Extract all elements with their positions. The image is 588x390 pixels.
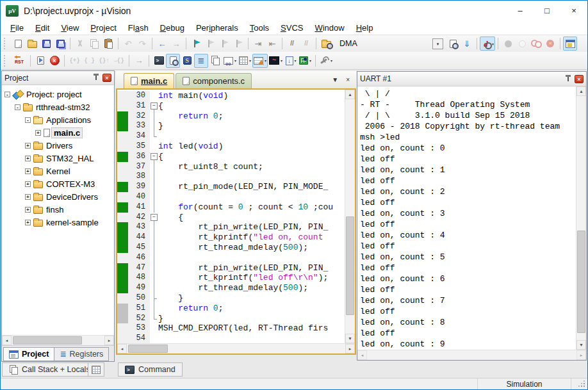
incremental-find-icon[interactable]: ⇓ xyxy=(460,37,474,51)
tree-item-cortex-m3[interactable]: +CORTEX-M3 xyxy=(2,177,114,190)
undo-icon[interactable]: ↶ xyxy=(121,37,135,51)
code-line[interactable]: 53MSH_CMD_EXPORT(led, RT-Thread firs xyxy=(117,323,345,334)
analysis-window-icon[interactable]: ~▾ xyxy=(268,54,284,68)
tree-item-project-project[interactable]: -Project: project xyxy=(2,88,114,101)
indent-icon[interactable]: ⇥ xyxy=(251,37,265,51)
run-icon[interactable] xyxy=(33,54,47,68)
code-line[interactable]: 54 xyxy=(117,334,345,343)
tree-item-rtthread-stm32[interactable]: -rtthread-stm32 xyxy=(2,101,114,113)
toolbox-icon[interactable]: ▾ xyxy=(298,54,313,68)
navigate-forward-icon[interactable]: → xyxy=(169,37,183,51)
call-stack-icon[interactable] xyxy=(208,54,222,68)
editor-tab-main-c[interactable]: main.c xyxy=(124,73,174,88)
memory-window-button[interactable] xyxy=(88,362,104,377)
project-horizontal-scrollbar[interactable]: ◂ ▸ xyxy=(2,335,114,345)
symbol-window-icon[interactable]: S xyxy=(180,54,194,68)
comment-icon[interactable]: // xyxy=(285,37,299,51)
code-line[interactable]: 37 rt_uint8_t count; xyxy=(117,162,345,172)
scroll-down-icon[interactable]: ▼ xyxy=(576,340,586,350)
code-line[interactable]: 40 xyxy=(117,192,345,202)
scroll-right-icon[interactable]: ▸ xyxy=(104,336,114,345)
enable-breakpoint-icon[interactable] xyxy=(515,37,529,51)
next-bookmark-icon[interactable] xyxy=(217,37,231,51)
code-line[interactable]: 43 rt_pin_write(LED_PIN, PIN_ xyxy=(117,222,345,232)
menu-item-view[interactable]: View xyxy=(55,21,85,35)
uart-horizontal-scrollbar[interactable]: ◂ ▸ xyxy=(357,350,586,360)
tree-item-main-c[interactable]: +main.c xyxy=(2,126,114,139)
expander-icon[interactable]: + xyxy=(25,220,31,225)
cut-icon[interactable] xyxy=(73,37,87,51)
serial-window-icon[interactable]: ▾ xyxy=(252,54,268,68)
open-folder-icon[interactable] xyxy=(25,37,39,51)
uncomment-icon[interactable]: // xyxy=(299,37,313,51)
find-in-files-icon[interactable] xyxy=(319,37,333,51)
pin-icon[interactable] xyxy=(564,75,572,83)
code-line[interactable]: 42 { xyxy=(117,213,345,223)
pin-icon[interactable] xyxy=(92,74,100,82)
code-line[interactable]: 34 xyxy=(117,131,345,142)
save-icon[interactable] xyxy=(39,37,53,51)
stop-icon[interactable]: × xyxy=(47,54,61,68)
maximize-button[interactable]: □ xyxy=(534,1,560,20)
redo-icon[interactable]: ↷ xyxy=(135,37,149,51)
watch-window-icon[interactable]: ▾ xyxy=(222,54,238,68)
scroll-left-icon[interactable]: ◂ xyxy=(357,350,367,360)
scroll-right-icon[interactable]: ▸ xyxy=(345,344,355,353)
kill-breakpoints-icon[interactable]: × xyxy=(543,37,557,51)
fold-marker[interactable] xyxy=(150,152,158,162)
prev-bookmark-icon[interactable] xyxy=(203,37,217,51)
panel-tab-project[interactable]: Project xyxy=(3,347,54,361)
resize-grip[interactable] xyxy=(571,378,587,389)
combo-dropdown-icon[interactable]: ▾ xyxy=(432,38,443,49)
minimize-button[interactable]: – xyxy=(507,1,534,20)
document-list-icon[interactable]: ▼ xyxy=(332,76,338,83)
code-line[interactable]: 35int led(void) xyxy=(117,142,345,152)
code-line[interactable]: 39 rt_pin_mode(LED_PIN, PIN_MODE_ xyxy=(117,182,345,192)
expander-icon[interactable]: + xyxy=(25,181,31,187)
uart-vertical-scrollbar[interactable]: ▲ ▼ xyxy=(576,86,586,350)
editor-tab-components-c[interactable]: components.c xyxy=(176,73,252,88)
close-document-icon[interactable]: × xyxy=(346,76,350,83)
expander-icon[interactable]: + xyxy=(25,168,31,174)
uart-output[interactable]: \ | /- RT - Thread Operating System / | … xyxy=(357,86,576,350)
code-line[interactable]: 44 rt_kprintf("led on, count xyxy=(117,232,345,243)
paste-icon[interactable] xyxy=(101,37,115,51)
scroll-left-icon[interactable]: ◂ xyxy=(2,336,12,345)
panel-tab-registers[interactable]: ≣Registers xyxy=(54,347,109,361)
insert-bookmark-icon[interactable] xyxy=(189,37,203,51)
step-over-icon[interactable]: { } xyxy=(82,54,97,68)
run-to-cursor-icon[interactable]: →{} xyxy=(111,54,126,68)
tree-item-finsh[interactable]: +finsh xyxy=(2,203,114,216)
navigate-back-icon[interactable]: ← xyxy=(155,37,169,51)
tree-item-drivers[interactable]: +Drivers xyxy=(2,139,114,152)
tree-item-stm32-hal[interactable]: +STM32_HAL xyxy=(2,152,114,165)
close-panel-icon[interactable]: × xyxy=(102,74,111,82)
expander-icon[interactable]: - xyxy=(4,92,10,97)
code-area[interactable]: 30int main(void)31{32 return 0;33}3435in… xyxy=(117,90,345,343)
memory-window-icon[interactable]: ▾ xyxy=(238,54,252,68)
save-all-icon[interactable] xyxy=(53,37,67,51)
reset-cpu-icon[interactable]: RST xyxy=(11,54,28,68)
expander-icon[interactable]: + xyxy=(25,207,31,213)
expander-icon[interactable]: + xyxy=(25,143,31,149)
new-file-icon[interactable] xyxy=(11,37,25,51)
menu-item-file[interactable]: File xyxy=(4,21,29,35)
code-line[interactable]: 49 rt_thread_mdelay(500); xyxy=(117,283,345,293)
call-stack-tab[interactable]: Call Stack + Locals xyxy=(2,362,97,377)
code-line[interactable]: 45 rt_thread_mdelay(500); xyxy=(117,243,345,253)
command-tab[interactable]: > Command xyxy=(118,362,183,377)
editor-horizontal-scrollbar[interactable]: ◂ ▸ xyxy=(117,343,355,353)
expander-icon[interactable]: + xyxy=(25,194,31,200)
expander-icon[interactable]: - xyxy=(25,117,31,123)
disable-breakpoints-icon[interactable] xyxy=(529,37,543,51)
scroll-down-icon[interactable]: ▼ xyxy=(345,334,355,343)
scroll-up-icon[interactable]: ▲ xyxy=(345,90,355,99)
menu-item-help[interactable]: Help xyxy=(350,21,379,35)
code-line[interactable]: 41 for(count = 0 ; count < 10 ;cou xyxy=(117,202,345,213)
disassembly-window-icon[interactable] xyxy=(166,54,180,68)
fold-marker[interactable] xyxy=(150,101,158,111)
menu-item-debug[interactable]: Debug xyxy=(154,21,190,35)
scroll-up-icon[interactable]: ▲ xyxy=(576,86,586,96)
unindent-icon[interactable]: ⇤ xyxy=(265,37,279,51)
search-combo[interactable]: DMA▾ xyxy=(336,37,443,50)
